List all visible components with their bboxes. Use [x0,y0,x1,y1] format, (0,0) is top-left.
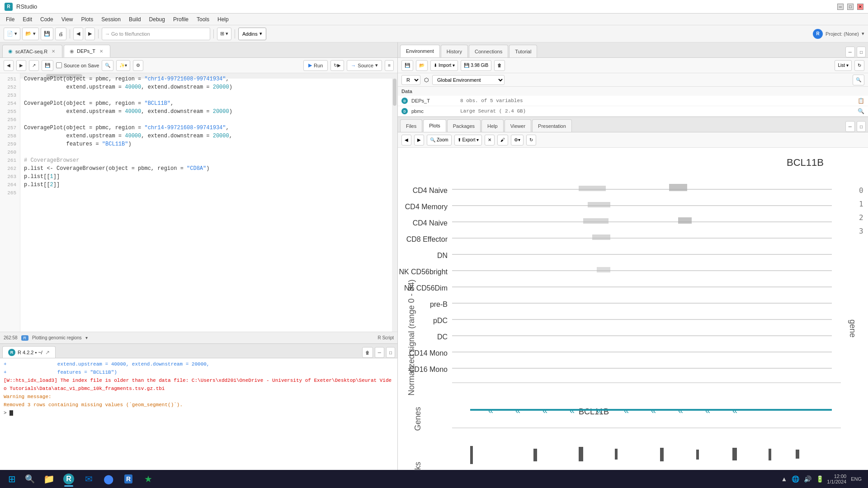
volume-icon[interactable]: 🔊 [802,475,813,483]
code-editor[interactable]: 251 252 253 254 255 256 257 258 259 260 … [0,73,397,332]
print-button[interactable]: 🖨 [55,28,66,40]
env-search-button[interactable]: 🔍 [853,75,864,85]
navigate-back-button[interactable]: ◀ [73,28,83,40]
close-button[interactable]: ✕ [857,4,863,10]
tab-presentation[interactable]: Presentation [532,119,572,132]
save-file-button[interactable]: 💾 [42,60,53,71]
console-output[interactable]: + extend.upstream = 40000, extend.downst… [0,358,397,470]
editor-nav-back-button[interactable]: ◀ [4,60,14,71]
tab-scatac[interactable]: ◉ scATAC-seq.R ✕ [2,45,62,57]
files-minimize-button[interactable]: ─ [845,121,855,132]
save-env-button[interactable]: 💾 [401,60,413,71]
editor-nav-forward-button[interactable]: ▶ [16,60,26,71]
format-button[interactable]: ⚙ [133,60,143,71]
load-env-button[interactable]: 📂 [416,60,428,71]
navigate-forward-button[interactable]: ▶ [85,28,95,40]
tab-viewer[interactable]: Viewer [505,119,531,132]
taskbar-chrome[interactable]: ⬤ [99,470,118,488]
start-button[interactable]: ⊞ [4,471,20,487]
memory-button[interactable]: 💾 3.98 GiB [461,60,491,71]
menu-help[interactable]: Help [214,15,232,24]
pbmc-view-button[interactable]: 🔍 [858,108,864,114]
clear-env-button[interactable]: 🗑 [494,60,505,71]
maximize-button[interactable]: □ [847,4,854,10]
list-view-button[interactable]: List ▾ [835,60,852,71]
addins-button[interactable]: Addins ▾ [238,28,266,40]
lines-button[interactable]: ≡ [385,60,394,71]
env-maximize-button[interactable]: □ [857,47,866,57]
menu-code[interactable]: Code [37,15,57,24]
env-row-pbmc[interactable]: D pbmc Large Seurat ( 2.4 GB) 🔍 [398,106,868,117]
plot-settings-button[interactable]: ⚙▾ [511,135,524,145]
env-refresh-button[interactable]: ↻ [854,60,864,71]
tab-help[interactable]: Help [481,119,504,132]
delete-plot-button[interactable]: ✕ [485,135,495,145]
network-icon[interactable]: 🌐 [790,475,801,483]
taskbar-outlook[interactable]: ✉ [80,470,98,488]
taskbar-other-app[interactable]: ★ [139,470,157,488]
layout-button[interactable]: ⊞▾ [217,28,231,40]
tab-files[interactable]: Files [400,119,422,132]
env-row-deps[interactable]: D DEPs_T 8 obs. of 5 variables 📋 [398,96,868,106]
env-minimize-button[interactable]: ─ [845,47,855,57]
tab-connections[interactable]: Connections [469,45,508,57]
go-to-file-button[interactable]: → Go to file/function [102,28,210,40]
menu-build[interactable]: Build [125,15,145,24]
tab-tutorial[interactable]: Tutorial [509,45,537,57]
menu-file[interactable]: File [2,15,18,24]
open-file-button[interactable]: 📂▾ [22,28,39,40]
source-on-save-checkbox[interactable] [56,62,62,68]
editor-scrollbar[interactable] [392,73,397,332]
menu-view[interactable]: View [58,15,77,24]
plot-refresh-button[interactable]: ↻ [526,135,536,145]
plot-prev-button[interactable]: ◀ [401,135,411,145]
menu-profile[interactable]: Profile [170,15,192,24]
tab-packages[interactable]: Packages [447,119,481,132]
editor-scrollbar-thumb[interactable] [393,79,396,106]
export-button[interactable]: ⬆ Export ▾ [454,135,482,145]
console-r-tab[interactable]: R R 4.2.2 • ~/ ↗ [2,346,56,358]
wand-button[interactable]: ✨▾ [116,60,130,71]
tray-expand-icon[interactable]: ▲ [779,475,788,483]
close-deps-tab[interactable]: ✕ [98,48,104,54]
re-run-button[interactable]: ↻▶ [330,60,344,71]
code-text-area[interactable]: CoveragePlot(object = pbmc, region = "ch… [20,73,392,332]
menu-edit[interactable]: Edit [19,15,36,24]
save-button[interactable]: 💾 [41,28,53,40]
code-line-264: p.list[[2]] [24,181,388,189]
console-maximize-button[interactable]: □ [386,347,395,358]
paint-button[interactable]: 🖌 [497,135,508,145]
run-button[interactable]: ▶ Run [303,60,328,71]
tab-plots[interactable]: Plots [423,119,446,132]
console-minimize-button[interactable]: ─ [375,347,384,358]
global-env-selector[interactable]: Global Environment [432,75,505,85]
taskbar-search-button[interactable]: 🔍 [22,471,38,487]
minimize-button[interactable]: ─ [837,4,844,10]
menu-plots[interactable]: Plots [78,15,97,24]
plot-next-button[interactable]: ▶ [414,135,424,145]
close-scatac-tab[interactable]: ✕ [50,48,57,55]
r-nav-icon: ↗ [45,349,50,356]
taskbar-rstudio[interactable]: R [60,470,78,488]
tab-environment[interactable]: Environment [400,45,440,57]
clock-date: 1/1/2024 [827,479,846,484]
tab-deps-t[interactable]: ◉ DEPs_T ✕ [64,45,110,57]
show-in-window-button[interactable]: ↗ [29,60,39,71]
menu-debug[interactable]: Debug [146,15,169,24]
zoom-button[interactable]: 🔍 Zoom [427,135,452,145]
files-maximize-button[interactable]: □ [857,121,866,132]
menu-session[interactable]: Session [98,15,124,24]
battery-icon[interactable]: 🔋 [815,475,825,483]
source-button[interactable]: → Source ▾ [347,60,382,71]
menu-tools[interactable]: Tools [193,15,213,24]
taskbar-r-app[interactable]: R [119,470,137,488]
console-clear-button[interactable]: 🗑 [362,347,373,358]
new-file-button[interactable]: 📄▾ [4,28,20,40]
tab-history[interactable]: History [441,45,468,57]
r-language-selector[interactable]: R [401,75,420,85]
taskbar-explorer[interactable]: 📁 [40,470,58,488]
deps-view-button[interactable]: 📋 [858,98,864,104]
svg-rect-61 [769,449,771,460]
import-button[interactable]: ⬇ Import ▾ [430,60,458,71]
search-button[interactable]: 🔍 [102,60,113,71]
